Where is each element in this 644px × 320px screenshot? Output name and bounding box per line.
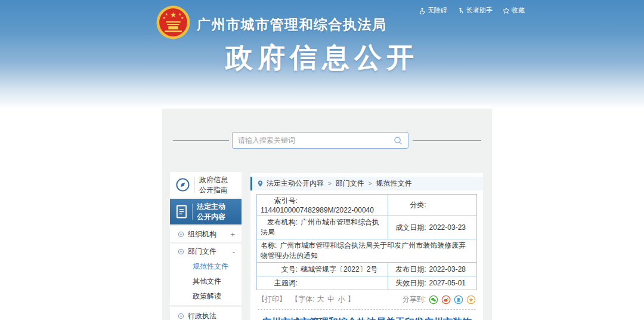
banner-title: 政府信息公开 [0, 39, 644, 76]
menu-label: 部门文件 [188, 247, 216, 257]
breadcrumb-separator: > [328, 180, 332, 187]
more-share-icon[interactable] [466, 295, 476, 304]
menu-label: 组织机构 [188, 229, 216, 239]
collapse-indicator: - [233, 247, 235, 256]
header-top-links: 无障碍 长者助手 收藏 [419, 6, 525, 15]
breadcrumb: 法定主动公开内容 > 部门文件 > 规范性文件 [250, 177, 483, 190]
wechat-share-icon[interactable] [429, 295, 438, 304]
weibo-share-icon[interactable] [441, 295, 451, 304]
site-name[interactable]: 广州市城市管理和综合执法局 [197, 16, 387, 34]
compass-icon [175, 177, 190, 192]
share-label: 分享到: [402, 294, 426, 304]
breadcrumb-separator: > [369, 180, 372, 187]
sidebar-item-department-files[interactable]: 部门文件 - [170, 244, 242, 259]
table-row: 名称:广州市城市管理和综合执法局关于印发广州市装饰装修废弃物管理办法的通知 [257, 239, 477, 263]
expiry-date-cell: 失效日期:2027-05-01 [388, 276, 476, 290]
breadcrumb-item-department-files[interactable]: 部门文件 [336, 179, 364, 189]
disclosure-guide-label: 政府信息 公开指南 [199, 175, 228, 194]
divider [194, 177, 195, 193]
table-row: 主题词: 失效日期:2027-05-01 [257, 276, 477, 290]
index-number-value: 11440100007482989M/2022-00040 [261, 206, 374, 214]
sidebar-item-statutory-disclosure[interactable]: 法定主动 公开内容 [170, 199, 242, 224]
sidebar-item-policy-interpretation[interactable]: 政策解读 [170, 289, 242, 304]
sidebar-item-normative-files[interactable]: 规范性文件 [170, 259, 242, 274]
article-title: 广州市城市管理和综合执法局关于印发广州市装饰装修废弃物管理办法的通知 [261, 315, 472, 320]
search-divider-left [173, 140, 229, 141]
accessibility-label: 无障碍 [428, 6, 447, 15]
sidebar-menu: 组织机构 + 部门文件 - [170, 226, 242, 320]
share-bar: 分享到: [402, 294, 476, 304]
elder-assistant-link[interactable]: 长者助手 [457, 6, 493, 15]
bullet-circle-icon [178, 313, 184, 319]
font-size-control: 【字体: 大 中 小 】 [291, 294, 355, 304]
document-name-cell: 名称:广州市城市管理和综合执法局关于印发广州市装饰装修废弃物管理办法的通知 [257, 239, 477, 263]
document-number-cell: 文号:穗城管规字〔2022〕2号 [257, 263, 388, 276]
font-size-medium-button[interactable]: 中 [327, 295, 335, 303]
content-panel: 政府信息 公开指南 法定主动 公开内容 [162, 109, 492, 320]
category-cell: 分类: [388, 195, 476, 216]
article-toolbar: 【打印】 【字体: 大 中 小 】 分享到: [258, 294, 476, 304]
page-header: ★ ★ ★ ★ ★ 广州市城市管理和综合执法局 无障碍 [0, 0, 644, 109]
breadcrumb-item-statutory[interactable]: 法定主动公开内容 [267, 179, 324, 189]
menu-label: 行政执法 [188, 311, 216, 320]
elder-assistant-icon [457, 7, 465, 14]
print-button[interactable]: 【打印】 [258, 294, 286, 304]
elder-assistant-label: 长者助手 [466, 6, 493, 15]
document-name-value: 广州市城市管理和综合执法局关于印发广州市装饰装修废弃物管理办法的通知 [261, 241, 466, 260]
search-input[interactable] [238, 136, 394, 144]
document-icon [175, 204, 188, 219]
bullet-circle-icon [178, 248, 184, 255]
sidebar-item-other-files[interactable]: 其他文件 [170, 274, 242, 289]
bullet-circle-icon [178, 231, 184, 238]
accessibility-icon [419, 7, 426, 14]
sidebar-item-organization[interactable]: 组织机构 + [170, 226, 242, 242]
font-size-small-button[interactable]: 小 [338, 295, 345, 303]
favorite-link[interactable]: 收藏 [503, 6, 525, 15]
document-number-value: 穗城管规字〔2022〕2号 [301, 265, 377, 273]
expiry-date-value: 2027-05-01 [429, 279, 466, 287]
issuing-agency-cell: 发布机构:广州市城市管理和综合执法局 [257, 216, 388, 239]
publish-date-value: 2022-03-28 [429, 265, 466, 273]
accessibility-link[interactable]: 无障碍 [419, 6, 447, 15]
index-number-cell: 索引号:11440100007482989M/2022-00040 [257, 195, 388, 216]
subject-words-cell: 主题词: [257, 276, 388, 290]
expand-indicator: + [230, 230, 235, 239]
search-icon[interactable] [394, 136, 402, 145]
document-card: 法定主动公开内容 > 部门文件 > 规范性文件 索引号:114401000074… [250, 173, 483, 320]
search-box [232, 132, 408, 149]
sidebar: 政府信息 公开指南 法定主动 公开内容 [170, 172, 242, 320]
qq-share-icon[interactable] [454, 295, 463, 304]
breadcrumb-item-normative-files[interactable]: 规范性文件 [376, 179, 412, 189]
national-emblem-logo[interactable]: ★ ★ ★ ★ ★ [156, 5, 190, 39]
page: ★ ★ ★ ★ ★ 广州市城市管理和综合执法局 无障碍 [0, 0, 644, 320]
sidebar-item-administrative-enforcement[interactable]: 行政执法 [170, 307, 242, 320]
publish-date-cell: 发布日期:2022-03-28 [388, 263, 476, 276]
written-date-value: 2022-03-23 [429, 223, 466, 232]
statutory-disclosure-label: 法定主动 公开内容 [197, 202, 225, 221]
divider [192, 204, 193, 220]
sidebar-item-disclosure-guide[interactable]: 政府信息 公开指南 [170, 172, 242, 198]
svg-text:★: ★ [181, 16, 184, 20]
svg-text:★: ★ [162, 16, 166, 20]
document-metadata-table: 索引号:11440100007482989M/2022-00040 分类: 发布… [256, 194, 477, 290]
dashed-divider [258, 309, 476, 310]
table-row: 发布机构:广州市城市管理和综合执法局 成文日期:2022-03-23 [257, 216, 477, 239]
written-date-cell: 成文日期:2022-03-23 [388, 216, 476, 239]
svg-text:★: ★ [170, 11, 177, 19]
search-divider-right [413, 140, 481, 141]
table-row: 索引号:11440100007482989M/2022-00040 分类: [257, 195, 477, 216]
font-size-large-button[interactable]: 大 [317, 295, 324, 303]
favorite-label: 收藏 [512, 6, 525, 15]
sidebar-group-department-files: 部门文件 - 规范性文件 其他文件 政策解读 [170, 244, 242, 305]
location-pin-icon [257, 180, 264, 187]
table-row: 文号:穗城管规字〔2022〕2号 发布日期:2022-03-28 [257, 263, 477, 276]
star-icon [503, 7, 510, 14]
